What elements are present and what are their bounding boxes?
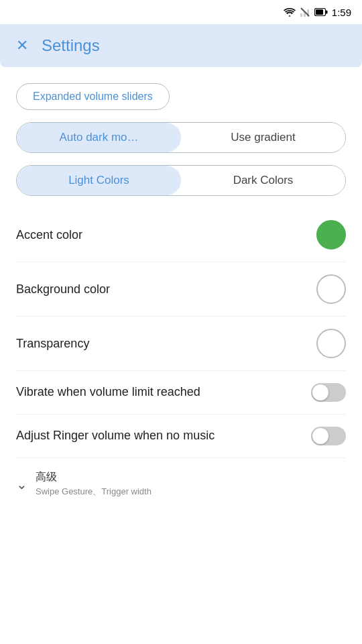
vibrate-row: Vibrate when volume limit reached <box>16 371 346 415</box>
transparency-picker[interactable] <box>316 329 346 358</box>
ringer-toggle[interactable] <box>311 427 346 445</box>
ringer-row: Adjust Ringer volume when no music <box>16 415 346 458</box>
background-color-label: Background color <box>16 282 110 297</box>
settings-content: Expanded volume sliders Auto dark mo… Us… <box>0 67 362 498</box>
svg-rect-0 <box>300 13 302 17</box>
settings-header: ✕ Settings <box>0 24 362 67</box>
vibrate-label: Vibrate when volume limit reached <box>16 384 200 400</box>
advanced-row[interactable]: ⌄ 高级 Swipe Gesture、Trigger width <box>16 458 346 498</box>
expanded-volume-row: Expanded volume sliders <box>16 83 346 110</box>
svg-rect-6 <box>326 11 328 14</box>
accent-color-picker[interactable] <box>316 220 346 250</box>
background-color-row: Background color <box>16 262 346 317</box>
page-title: Settings <box>42 36 100 55</box>
auto-dark-toggle-group: Auto dark mo… Use gradient <box>16 122 346 153</box>
transparency-label: Transparency <box>16 337 89 351</box>
ringer-toggle-knob <box>312 428 328 444</box>
close-button[interactable]: ✕ <box>16 37 28 54</box>
auto-dark-button[interactable]: Auto dark mo… <box>17 123 181 152</box>
transparency-row: Transparency <box>16 317 346 371</box>
expanded-volume-button[interactable]: Expanded volume sliders <box>16 83 170 110</box>
battery-icon <box>314 8 328 16</box>
dark-colors-button[interactable]: Dark Colors <box>181 166 345 195</box>
ringer-label: Adjust Ringer volume when no music <box>16 427 215 444</box>
advanced-title: 高级 <box>36 470 152 484</box>
advanced-text: 高级 Swipe Gesture、Trigger width <box>36 470 152 498</box>
light-colors-button[interactable]: Light Colors <box>17 166 181 195</box>
svg-rect-5 <box>316 9 323 15</box>
accent-color-label: Accent color <box>16 228 82 242</box>
signal-icon <box>300 7 310 17</box>
vibrate-toggle-knob <box>312 384 328 400</box>
status-time: 1:59 <box>332 7 351 18</box>
chevron-down-icon: ⌄ <box>16 476 27 492</box>
wifi-icon <box>284 7 296 17</box>
status-bar: 1:59 <box>0 0 362 24</box>
accent-color-row: Accent color <box>16 208 346 262</box>
colors-toggle-group: Light Colors Dark Colors <box>16 165 346 196</box>
use-gradient-button[interactable]: Use gradient <box>181 123 345 152</box>
background-color-picker[interactable] <box>316 274 346 304</box>
vibrate-toggle[interactable] <box>311 383 346 402</box>
advanced-subtitle: Swipe Gesture、Trigger width <box>36 486 152 498</box>
